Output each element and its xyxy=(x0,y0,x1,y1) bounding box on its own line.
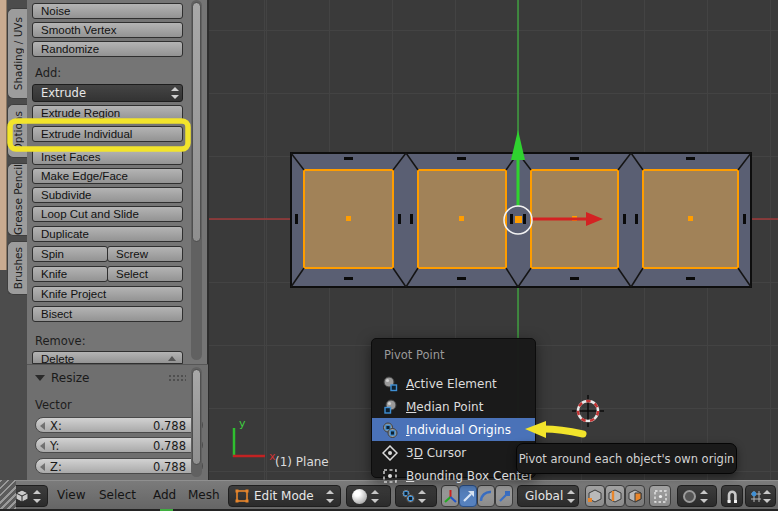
dropdown-arrows-icon xyxy=(326,490,336,503)
select-button[interactable]: Select xyxy=(107,266,183,282)
tab-shading-uvs[interactable]: Shading / UVs xyxy=(7,8,27,99)
vertex-select-button[interactable] xyxy=(585,485,605,507)
bisect-button[interactable]: Bisect xyxy=(32,306,183,322)
menu-item-bounding-box-center[interactable]: Bounding Box Center xyxy=(372,464,535,487)
vertex-select-icon xyxy=(587,489,603,503)
extrude-region-button[interactable]: Extrude Region xyxy=(32,105,183,121)
decrement-arrow-icon[interactable] xyxy=(40,442,45,450)
face-select-icon xyxy=(627,489,643,503)
mode-dropdown[interactable]: Edit Mode xyxy=(228,485,341,507)
individual-origins-icon xyxy=(382,422,398,438)
inset-faces-button[interactable]: Inset Faces xyxy=(32,149,183,165)
menu-item-median-point[interactable]: Median Point xyxy=(372,395,535,418)
snap-element-dropdown[interactable] xyxy=(745,485,776,507)
menu-item-3d-cursor[interactable]: 3D Cursor xyxy=(372,441,535,464)
noise-button[interactable]: Noise xyxy=(32,3,183,19)
panel-scrollbar-thumb[interactable] xyxy=(192,369,201,465)
spin-button[interactable]: Spin xyxy=(32,246,108,262)
rotate-manipulator-button[interactable] xyxy=(477,485,495,507)
menu-item-active-element[interactable]: Active Element xyxy=(372,372,535,395)
vector-label: Vector xyxy=(35,398,72,412)
editor-cube-icon xyxy=(14,488,31,504)
area-resize-grip[interactable] xyxy=(0,480,16,511)
smooth-vertex-button[interactable]: Smooth Vertex xyxy=(32,22,183,38)
vector-y-field[interactable]: Y: 0.788 xyxy=(35,437,203,453)
median-point-icon xyxy=(382,399,398,415)
shading-sphere-icon xyxy=(352,489,367,504)
menu-add[interactable]: Add xyxy=(153,488,176,502)
proportional-editing-dropdown[interactable] xyxy=(677,485,717,507)
shelf-scrollbar[interactable] xyxy=(191,0,202,360)
snap-grid-icon xyxy=(749,489,761,504)
dropdown-arrows-icon xyxy=(170,87,178,99)
cursor-3d-icon xyxy=(382,445,398,461)
randomize-button[interactable]: Randomize xyxy=(32,41,183,57)
tab-brushes[interactable]: Brushes xyxy=(7,241,27,295)
cursor-3d[interactable] xyxy=(572,395,604,427)
vector-x-field[interactable]: X: 0.788 xyxy=(35,417,203,433)
snap-toggle-button[interactable] xyxy=(721,485,743,507)
orientation-dropdown[interactable]: Global xyxy=(517,485,579,507)
delete-button[interactable]: Delete xyxy=(32,351,183,364)
knife-button[interactable]: Knife xyxy=(32,266,108,282)
gizmo-y-label: y xyxy=(239,417,246,430)
remove-section-label: Remove: xyxy=(35,334,86,348)
dropdown-arrows-icon xyxy=(763,490,771,503)
extrude-dropdown[interactable]: Extrude xyxy=(32,84,183,102)
knife-project-button[interactable]: Knife Project xyxy=(32,286,183,302)
pivot-point-dropdown[interactable] xyxy=(395,485,437,507)
active-element-icon xyxy=(382,376,398,392)
face-select-button[interactable] xyxy=(625,485,645,507)
pivot-point-popup: Pivot Point Active Element Median Point xyxy=(371,338,536,478)
edge-select-button[interactable] xyxy=(605,485,625,507)
add-section-label: Add: xyxy=(35,66,61,80)
tab-options[interactable]: Options xyxy=(7,104,27,158)
subdivide-button[interactable]: Subdivide xyxy=(32,187,183,203)
edge-select-icon xyxy=(607,489,623,503)
panel-scrollbar[interactable] xyxy=(191,367,202,477)
decrement-arrow-icon[interactable] xyxy=(40,463,45,471)
occlude-geometry-button[interactable] xyxy=(649,485,671,507)
scale-manipulator-button[interactable] xyxy=(495,485,513,507)
menu-mesh[interactable]: Mesh xyxy=(188,488,220,502)
vector-z-field[interactable]: Z: 0.788 xyxy=(35,458,203,474)
bounding-box-icon xyxy=(382,468,398,484)
menu-view[interactable]: View xyxy=(57,488,85,502)
dropdown-arrows-icon xyxy=(418,490,428,503)
resize-panel-header[interactable]: Resize xyxy=(35,371,89,385)
tooltip: Pivot around each object's own origin xyxy=(516,443,737,474)
manipulator-y-arrow[interactable] xyxy=(511,130,525,160)
translate-arrow-icon xyxy=(461,489,476,504)
pivot-point-icon xyxy=(400,488,416,504)
extrude-individual-button[interactable]: Extrude Individual xyxy=(32,126,183,142)
dropdown-arrows-icon xyxy=(700,490,710,503)
make-edge-face-button[interactable]: Make Edge/Face xyxy=(32,168,183,184)
menu-select[interactable]: Select xyxy=(99,488,136,502)
panel-grip-icon[interactable] xyxy=(168,374,186,381)
dropdown-arrows-icon xyxy=(567,490,574,503)
shelf-scrollbar-thumb[interactable] xyxy=(192,2,201,242)
occlude-icon xyxy=(653,489,668,504)
collapse-arrow-icon xyxy=(168,356,176,361)
scale-icon xyxy=(497,489,512,504)
proportional-circle-icon xyxy=(683,490,696,503)
window-edge-strip xyxy=(0,0,7,270)
collapse-triangle-icon xyxy=(35,375,45,381)
axis-gizmo: y x xyxy=(233,417,276,463)
axes-icon xyxy=(443,489,458,504)
dropdown-arrows-icon xyxy=(33,490,43,503)
menu-item-individual-origins[interactable]: Individual Origins xyxy=(372,418,535,441)
translate-manipulator-button[interactable] xyxy=(459,485,477,507)
loop-cut-slide-button[interactable]: Loop Cut and Slide xyxy=(32,206,183,222)
viewport-shading-dropdown[interactable] xyxy=(346,485,391,507)
duplicate-button[interactable]: Duplicate xyxy=(32,226,183,242)
blender-window: Shading / UVs Options Grease Pencil Brus… xyxy=(0,0,778,511)
screw-button[interactable]: Screw xyxy=(107,246,183,262)
tab-grease-pencil[interactable]: Grease Pencil xyxy=(7,163,27,236)
decrement-arrow-icon[interactable] xyxy=(40,422,45,430)
edit-mode-icon xyxy=(234,488,250,504)
resize-operator-panel: Resize Vector X: 0.788 Y: 0.788 Z: 0.788 xyxy=(27,364,208,480)
manipulator-toggle-button[interactable] xyxy=(441,485,459,507)
magnet-icon xyxy=(725,489,739,504)
rotate-arc-icon xyxy=(479,489,494,504)
